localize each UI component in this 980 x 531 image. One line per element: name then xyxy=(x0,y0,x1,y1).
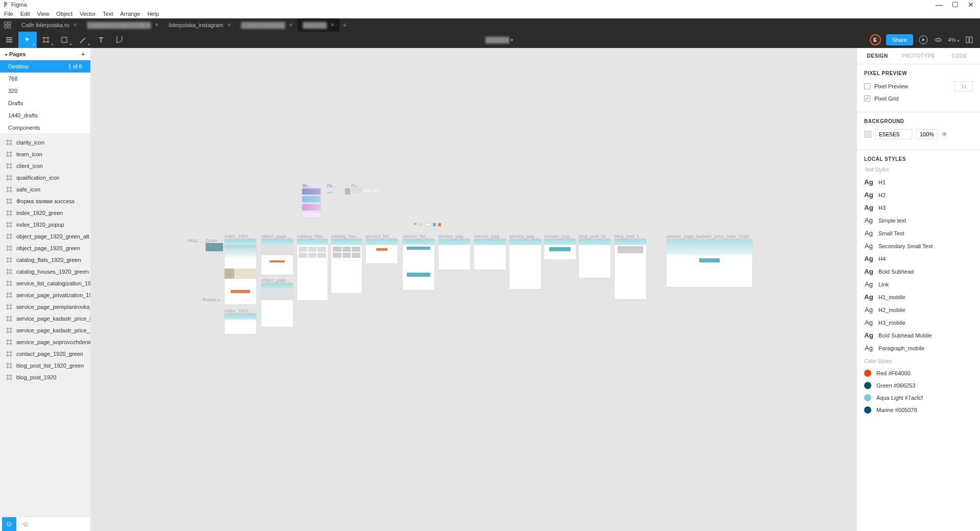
layer-item[interactable]: client_icon xyxy=(0,160,90,172)
canvas-frame[interactable] xyxy=(667,239,752,287)
canvas-frame[interactable] xyxy=(373,188,380,192)
frame-label[interactable]: Дома xyxy=(206,238,220,243)
frame-label[interactable]: index_1920_p… xyxy=(225,308,256,313)
pixel-grid-checkbox[interactable]: ✓ xyxy=(864,95,870,102)
move-tool-icon[interactable]: ▾ xyxy=(18,32,37,48)
text-style-item[interactable]: AgH4 xyxy=(864,252,973,265)
hamburger-menu-icon[interactable] xyxy=(0,32,18,48)
text-style-item[interactable]: AgLink xyxy=(864,278,973,291)
file-tab[interactable]: ████████████████× xyxy=(82,18,164,32)
canvas-frame[interactable] xyxy=(331,239,362,293)
layer-item[interactable]: team_icon xyxy=(0,148,90,160)
layer-item[interactable]: catalog_flats_1920_green xyxy=(0,254,90,266)
text-tool-icon[interactable] xyxy=(92,32,110,48)
frame-label[interactable]: service_page… xyxy=(474,234,506,239)
canvas-frame[interactable] xyxy=(261,283,293,327)
home-icon[interactable] xyxy=(3,20,12,30)
file-tab[interactable]: ██████× xyxy=(298,18,339,32)
layer-item[interactable]: qualification_icon xyxy=(0,172,90,183)
layer-item[interactable]: index_1920_popup xyxy=(0,219,90,230)
canvas-frame[interactable] xyxy=(509,239,541,289)
canvas-frame[interactable] xyxy=(474,239,506,270)
file-tab[interactable]: Сайт liderpoiska.ru× xyxy=(16,18,82,32)
tab-design[interactable]: DESIGN xyxy=(857,48,898,64)
library-icon[interactable] xyxy=(965,35,974,44)
layer-item[interactable]: index_1920_green xyxy=(0,207,90,219)
frame-label[interactable]: Квар… xyxy=(188,238,203,243)
shape-tool-icon[interactable]: ▾ xyxy=(55,32,74,48)
tab-prototype[interactable]: PROTOTYPE xyxy=(898,48,939,64)
comment-tool-icon[interactable] xyxy=(110,32,129,48)
layer-item[interactable]: blog_post_list_1920_green xyxy=(0,359,90,371)
tab-close-icon[interactable]: × xyxy=(74,21,77,29)
frame-label[interactable]: Ро… xyxy=(351,183,366,188)
color-style-item[interactable]: Aqua Light #7acfcf xyxy=(864,392,973,404)
canvas-frame[interactable] xyxy=(302,196,321,202)
text-style-item[interactable]: AgSmall Text xyxy=(864,227,973,239)
background-opacity-input[interactable] xyxy=(916,129,938,139)
menu-help[interactable]: Help xyxy=(148,11,159,17)
layer-item[interactable]: service_page_pereplanirovka_1920... xyxy=(0,301,90,312)
text-style-item[interactable]: AgH1_mobile xyxy=(864,291,973,303)
frame-tool-icon[interactable]: ▾ xyxy=(37,32,55,48)
canvas-frame[interactable] xyxy=(302,188,321,195)
canvas-frame[interactable] xyxy=(302,204,321,210)
canvas-frame[interactable] xyxy=(302,212,321,218)
pixel-preview-checkbox[interactable] xyxy=(864,83,870,89)
layer-item[interactable]: object_page_1920_green xyxy=(0,242,90,254)
layer-item[interactable]: service_page_kadastr_price_imac_... xyxy=(0,312,90,324)
frame-label[interactable]: service_page… xyxy=(509,234,541,239)
layer-item[interactable]: service_list_catalogization_1920 xyxy=(0,277,90,289)
background-color-swatch[interactable] xyxy=(864,131,871,138)
canvas-frame[interactable] xyxy=(225,239,256,304)
layer-item[interactable]: service_page_privatization_1920 xyxy=(0,289,90,301)
canvas-frame[interactable] xyxy=(261,239,293,275)
frame-label[interactable]: catalog_hou… xyxy=(331,234,362,239)
frame-label[interactable]: service_list_… xyxy=(366,234,398,239)
layer-item[interactable]: catalog_houses_1920_green xyxy=(0,266,90,277)
text-style-item[interactable]: AgH3_mobile xyxy=(864,316,973,329)
canvas-frame[interactable] xyxy=(403,239,434,290)
page-item[interactable]: Components xyxy=(0,122,90,134)
document-title[interactable]: ██████ ▾ xyxy=(129,37,870,43)
menu-file[interactable]: File xyxy=(4,11,13,17)
layer-item[interactable]: Форма заявки success xyxy=(0,195,90,207)
text-style-item[interactable]: AgH2_mobile xyxy=(864,303,973,316)
menu-arrange[interactable]: Arrange xyxy=(120,11,140,17)
text-style-item[interactable]: AgH2 xyxy=(864,188,973,201)
file-tab[interactable]: ███████████× xyxy=(236,18,298,32)
tab-close-icon[interactable]: × xyxy=(289,21,292,29)
new-tab-button[interactable]: + xyxy=(339,21,350,29)
frame-label[interactable]: blog_post_19… xyxy=(615,234,646,239)
page-item[interactable]: 320 xyxy=(0,85,90,97)
window-close-icon[interactable]: ✕ xyxy=(968,1,974,9)
color-style-item[interactable]: Red #F64000 xyxy=(864,367,973,379)
layer-item[interactable]: safe_icon xyxy=(0,183,90,195)
text-style-item[interactable]: AgBold Subhead xyxy=(864,265,973,278)
menu-view[interactable]: View xyxy=(37,11,50,17)
window-maximize-icon[interactable]: ☐ xyxy=(952,1,959,9)
canvas-frame[interactable] xyxy=(363,188,371,192)
present-icon[interactable] xyxy=(918,35,928,45)
canvas-frame[interactable] xyxy=(615,239,646,299)
visibility-toggle-icon[interactable]: 👁 xyxy=(942,131,947,137)
canvas-frame[interactable] xyxy=(579,239,610,278)
tab-close-icon[interactable]: × xyxy=(331,21,334,29)
assets-tab-icon[interactable] xyxy=(18,517,33,532)
frame-label[interactable]: Гл… xyxy=(327,183,342,188)
add-page-icon[interactable]: + xyxy=(81,50,85,58)
canvas-frame[interactable] xyxy=(544,239,576,259)
layer-item[interactable]: clarity_icon xyxy=(0,136,90,148)
menu-object[interactable]: Object xyxy=(56,11,72,17)
user-avatar[interactable]: E xyxy=(870,34,881,45)
frame-label[interactable]: service_page_kadastr_price_imac_5120 xyxy=(667,234,753,239)
frame-label[interactable]: contact_page… xyxy=(544,234,576,239)
background-color-input[interactable] xyxy=(875,129,912,139)
tab-code[interactable]: CODE xyxy=(939,48,980,64)
page-item[interactable]: Desktop1 of 6 xyxy=(0,60,90,73)
text-style-item[interactable]: AgBold Subhead Mobile xyxy=(864,329,973,342)
zoom-level[interactable]: 4% ▾ xyxy=(948,37,960,43)
pages-header[interactable]: ▾Pages + xyxy=(0,48,90,60)
text-style-item[interactable]: AgH3 xyxy=(864,201,973,214)
canvas-frame[interactable] xyxy=(352,188,361,192)
